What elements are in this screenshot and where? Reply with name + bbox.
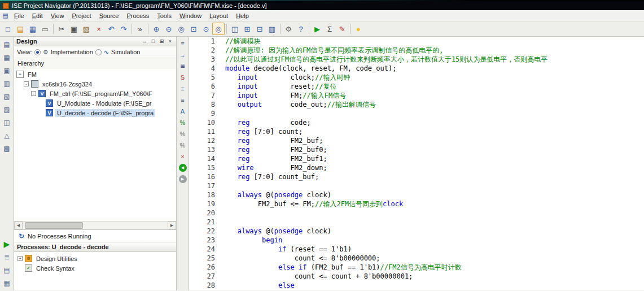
warnings-panel-icon[interactable]: △ [2, 130, 12, 141]
toolbar-overflow-chevron[interactable]: » [134, 23, 146, 35]
tile-horizontal-button[interactable]: ⊟ [253, 23, 266, 35]
code-line[interactable]: 25 count <= 8'b00000000; [189, 254, 644, 263]
comment-icon[interactable]: % [178, 118, 188, 127]
code-line[interactable]: 26 else if (FM2_buf == 1'b1)//FM2信号为高电平时… [189, 263, 644, 272]
zoom-in-button[interactable]: ⊕ [150, 23, 163, 35]
block-comment-icon[interactable]: % [178, 140, 188, 150]
menu-view[interactable]: View [47, 11, 68, 21]
code-line[interactable]: 7 input FM;//输入FM信号 [189, 91, 644, 100]
simulation-radio[interactable] [95, 49, 102, 55]
code-line[interactable]: 28 else [189, 281, 644, 290]
back-nav-icon[interactable]: ◀ [178, 163, 188, 172]
menu-window[interactable]: Window [176, 11, 205, 21]
code-line[interactable]: 19 FM2_buf <= FM;//输入2FM信号同步到clock [189, 199, 644, 209]
code-line[interactable]: 15 wire FM2_down; [189, 163, 644, 172]
menu-help[interactable]: Help [232, 11, 253, 21]
forward-nav-icon[interactable]: ▶ [178, 174, 188, 184]
process-item[interactable]: +⚙Design Utilities [14, 254, 176, 263]
scroll-right-arrow[interactable]: ▶ [168, 221, 176, 229]
select-tool-button[interactable]: ◎ [212, 23, 225, 35]
implementation-radio[interactable] [34, 49, 41, 55]
simulation-label[interactable]: Simulation [111, 49, 140, 55]
code-line[interactable]: 8 output code_out;//输出解调信号 [189, 100, 644, 109]
console-panel-icon[interactable]: ▨ [2, 104, 12, 115]
restore-button[interactable]: □ [150, 38, 157, 45]
process-item[interactable]: ✓Check Syntax [14, 263, 176, 273]
lightbulb-button[interactable]: ● [352, 23, 365, 35]
files-panel-icon[interactable]: ▣ [2, 65, 12, 76]
code-line[interactable]: 23 begin [189, 236, 644, 245]
sum-button[interactable]: Σ [323, 23, 336, 35]
ip-cores-panel-icon[interactable]: ▧ [2, 91, 12, 102]
dock-button[interactable]: ⊞ [158, 38, 165, 45]
code-line[interactable]: 18 always @(posedge clock) [189, 190, 644, 199]
zoom-out-button[interactable]: ⊖ [163, 23, 175, 35]
expand-icon[interactable]: + [17, 256, 23, 261]
run-button[interactable]: ▶ [2, 238, 12, 249]
reports-panel-icon[interactable]: ▩ [2, 143, 12, 154]
scroll-track[interactable] [23, 221, 168, 229]
snippet-icon[interactable]: S [178, 72, 188, 82]
new-window-button[interactable]: ◫ [229, 23, 241, 35]
code-line[interactable]: 5 input clock;//输入时钟 [189, 73, 644, 82]
print-button[interactable]: ▭ [39, 23, 51, 35]
goto-icon[interactable]: → [178, 50, 188, 59]
menu-file[interactable]: File [10, 11, 28, 21]
design-panel-icon[interactable]: ▦ [2, 52, 12, 63]
font-icon[interactable]: A [178, 106, 188, 116]
paste-button[interactable]: ▧ [80, 23, 93, 35]
menu-tools[interactable]: Tools [153, 11, 176, 21]
processes-view-icon[interactable]: ≣ [2, 251, 12, 262]
code-line[interactable]: 20 [189, 209, 644, 218]
menu-source[interactable]: Source [95, 11, 123, 21]
scroll-left-arrow[interactable]: ◀ [14, 221, 23, 229]
scroll-thumb[interactable] [25, 222, 83, 229]
code-line[interactable]: 14 reg FM2_buf1; [189, 154, 644, 163]
delete-button[interactable]: × [93, 23, 105, 35]
menu-edit[interactable]: Edit [28, 11, 47, 21]
redo-button[interactable]: ↷ [117, 23, 130, 35]
run-process-button[interactable]: ▶ [311, 23, 323, 35]
hierarchy-item[interactable]: VU_Modulate - Modulate (F:\ISE_pr [14, 98, 176, 108]
find-in-files-view-icon[interactable]: ▦ [2, 277, 12, 288]
code-line[interactable]: 22 always @(posedge clock) [189, 227, 644, 236]
open-file-button[interactable]: ▤ [14, 23, 27, 35]
code-line[interactable]: 16 reg [7:0] count_buf; [189, 172, 644, 181]
close-button[interactable]: × [167, 38, 174, 45]
code-area[interactable]: 1//解调模块2//解调原理: 因为输入的FM信号是不同频率表示调制信号的高低电… [189, 37, 644, 290]
tile-vertical-button[interactable]: ▥ [266, 23, 278, 35]
line-tools-icon[interactable]: ≡ [178, 84, 188, 93]
collapse-icon[interactable]: - [31, 91, 36, 96]
code-line[interactable]: 24 if (reset == 1'b1) [189, 245, 644, 254]
cut-button[interactable]: ✂ [55, 23, 68, 35]
code-line[interactable]: 9 [189, 109, 644, 118]
document-icon[interactable]: ▤ [2, 12, 9, 19]
code-line[interactable]: 27 count <= count + 8'b00000001; [189, 272, 644, 281]
float-button[interactable]: ↔ [141, 38, 148, 45]
libraries-panel-icon[interactable]: ▥ [2, 78, 12, 89]
cascade-windows-button[interactable]: ⊞ [241, 23, 253, 35]
hierarchy-item[interactable]: -xc6slx16-2csg324 [14, 79, 176, 89]
code-line[interactable]: 3//以此可以通过对FM信号的高电平进行计数来判断频率大小，若计数值大于15则认… [189, 55, 644, 64]
zoom-prev-button[interactable]: ⊙ [200, 23, 212, 35]
code-line[interactable]: 6 input reset;//复位 [189, 82, 644, 91]
code-line[interactable]: 11 reg [7:0] count; [189, 127, 644, 136]
bookmark-list-icon[interactable]: ≣ [178, 61, 188, 71]
errors-panel-icon[interactable]: ◫ [2, 117, 12, 128]
new-file-button[interactable]: □ [2, 23, 14, 35]
code-line[interactable]: 12 reg FM2_buf; [189, 136, 644, 145]
code-line[interactable]: 13 reg FM2_buf0; [189, 145, 644, 154]
code-line[interactable]: 17 [189, 181, 644, 190]
edit-marker-button[interactable]: ✎ [336, 23, 348, 35]
indent-icon[interactable]: ≡ [178, 95, 188, 105]
code-line[interactable]: 4module decode(clock, reset, FM, code_ou… [189, 64, 644, 73]
code-line[interactable]: 2//解调原理: 因为输入的FM信号是不同频率表示调制信号的高低电平的, [189, 46, 644, 55]
code-line[interactable]: 21 [189, 218, 644, 227]
hierarchy-item[interactable]: VU_decode - decode (F:\ISE_progra [14, 108, 176, 118]
copy-button[interactable]: ▣ [68, 23, 80, 35]
zoom-box-button[interactable]: ⊡ [187, 23, 200, 35]
code-line[interactable]: 1//解调模块 [189, 37, 644, 46]
code-line[interactable]: 10 reg code; [189, 118, 644, 127]
undo-button[interactable]: ↶ [105, 23, 117, 35]
save-button[interactable]: ▦ [27, 23, 39, 35]
